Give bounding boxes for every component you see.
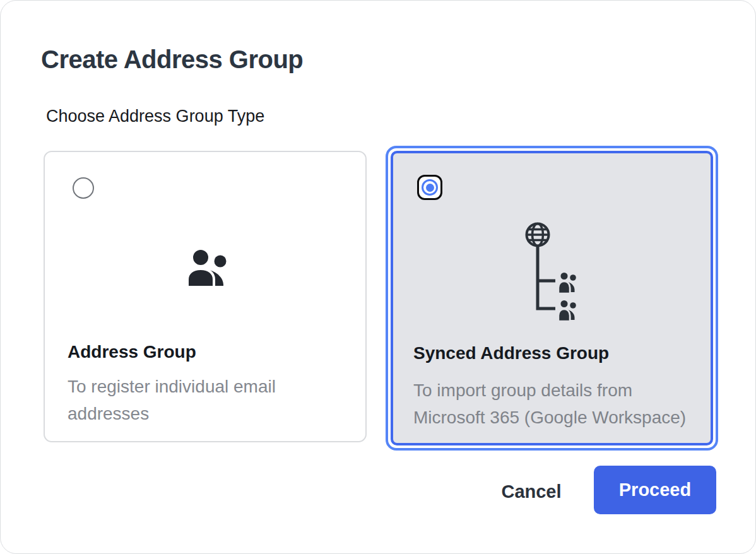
option-description: To import group details from Microsoft 3…: [413, 377, 704, 431]
radio-ring: [422, 179, 438, 196]
option-title: Synced Address Group: [413, 343, 609, 364]
people-icon: [183, 247, 228, 286]
option-card-address-group[interactable]: Address Group To register individual ema…: [44, 151, 367, 442]
option-title: Address Group: [68, 341, 196, 363]
synced-group-icon: [517, 221, 580, 322]
cancel-button[interactable]: Cancel: [493, 475, 570, 508]
radio-address-group[interactable]: [73, 177, 94, 199]
radio-synced-address-group[interactable]: [417, 175, 442, 200]
radio-dot: [426, 184, 434, 192]
option-description: To register individual email addresses: [68, 373, 339, 427]
dialog-title: Create Address Group: [41, 45, 303, 74]
option-card-synced-address-group[interactable]: Synced Address Group To import group det…: [386, 146, 718, 451]
proceed-button[interactable]: Proceed: [594, 466, 716, 514]
section-label: Choose Address Group Type: [46, 105, 264, 127]
create-address-group-dialog: Create Address Group Choose Address Grou…: [0, 0, 756, 554]
selected-card-surface: Synced Address Group To import group det…: [391, 151, 713, 445]
